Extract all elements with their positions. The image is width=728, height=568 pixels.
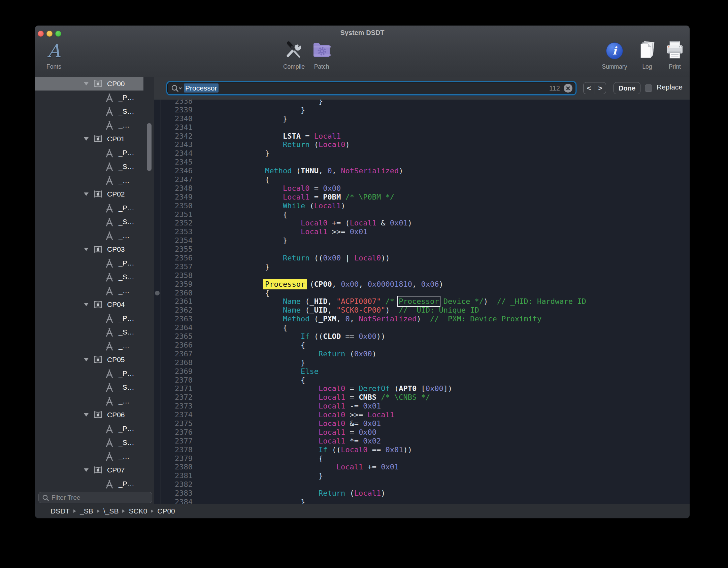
tree-item-_[interactable]: _… [35,449,143,463]
tree-item-_S[interactable]: _S… [35,325,143,339]
line-number: 2351 [161,210,193,219]
code-line-2354[interactable]: 2354 } [154,236,690,245]
breadcrumb-item-_SB[interactable]: \_SB [103,507,119,515]
code-line-2374[interactable]: 2374 Local0 >>= Local1 [154,411,690,419]
sidebar-scrollbar-thumb[interactable] [147,123,152,171]
tree-item-_P[interactable]: _P… [35,256,143,270]
code-line-2366[interactable]: 2366 { [154,341,690,350]
tree-item-_[interactable]: _… [35,228,143,242]
line-number: 2370 [161,376,193,385]
tree-item-CP00[interactable]: CP00 [35,77,143,91]
code-line-2345[interactable]: 2345 [154,158,690,167]
code-line-2339[interactable]: 2339 } [154,106,690,114]
code-line-2364[interactable]: 2364 { [154,323,690,332]
code-line-2352[interactable]: 2352 Local0 += (Local1 & 0x01) [154,219,690,227]
code-line-2342[interactable]: 2342 LSTA = Local1 [154,132,690,141]
code-editor[interactable]: 2338 }2339 }2340 }23412342 LSTA = Local1… [154,100,690,504]
code-line-2362[interactable]: 2362 Name (_UID, "SCK0-CP00") // _UID: U… [154,306,690,315]
code-line-2372[interactable]: 2372 Local1 = CNBS /* \CNBS */ [154,393,690,402]
breadcrumb-item-DSDT[interactable]: DSDT [51,507,70,515]
previous-match-button[interactable]: < [584,82,595,94]
code-line-2368[interactable]: 2368 } [154,358,690,367]
code-line-2360[interactable]: 2360 { [154,289,690,297]
code-line-2343[interactable]: 2343 Return (Local0) [154,140,690,149]
code-line-2357[interactable]: 2357 } [154,262,690,271]
code-line-2373[interactable]: 2373 Local1 -= 0x01 [154,402,690,411]
filter-tree-input[interactable] [51,493,150,503]
tree-item-_S[interactable]: _S… [35,215,143,228]
code-line-2349[interactable]: 2349 Local1 = P0BM /* \P0BM */ [154,193,690,202]
patch-button[interactable]: Patch [301,39,342,70]
tree-item-_S[interactable]: _S… [35,104,143,118]
tree-item-_[interactable]: _… [35,173,143,187]
search-icon [171,84,182,94]
tree-item-_[interactable]: _… [35,339,143,353]
code-text: Local0 += (Local1 & 0x01) [211,219,412,227]
next-match-button[interactable]: > [595,82,606,94]
code-line-2350[interactable]: 2350 While (Local1) [154,202,690,210]
filter-field[interactable] [38,492,152,503]
code-line-2341[interactable]: 2341 [154,123,690,132]
tree-item-_S[interactable]: _S… [35,270,143,284]
code-line-2381[interactable]: 2381 } [154,471,690,480]
code-line-2355[interactable]: 2355 [154,245,690,254]
tree-item-_P[interactable]: _P… [35,477,143,491]
tree-item-CP06[interactable]: CP06 [35,408,143,422]
tree-item-_P[interactable]: _P… [35,366,143,380]
tree-item-_[interactable]: _… [35,118,143,132]
code-line-2369[interactable]: 2369 Else [154,367,690,376]
search-input[interactable]: Processor 112 [166,81,576,95]
code-line-2371[interactable]: 2371 Local0 = DerefOf (APT0 [0x00]) [154,384,690,393]
code-line-2338[interactable]: 2338 } [154,100,690,106]
code-line-2348[interactable]: 2348 Local0 = 0x00 [154,184,690,193]
tree-item-CP02[interactable]: CP02 [35,187,143,201]
code-line-2353[interactable]: 2353 Local1 >>= 0x01 [154,227,690,236]
tree-item-_[interactable]: _… [35,284,143,297]
tree-item-_S[interactable]: _S… [35,435,143,449]
code-line-2344[interactable]: 2344 } [154,149,690,158]
tree-item-_P[interactable]: _P… [35,422,143,435]
code-line-2379[interactable]: 2379 { [154,454,690,463]
code-line-2370[interactable]: 2370 { [154,376,690,385]
code-line-2346[interactable]: 2346 Method (THNU, 0, NotSerialized) [154,167,690,175]
code-line-2377[interactable]: 2377 Local1 *= 0x02 [154,437,690,446]
code-line-2378[interactable]: 2378 If ((Local0 == 0x01)) [154,446,690,454]
code-line-2356[interactable]: 2356 Return ((0x00 | Local0)) [154,254,690,262]
replace-checkbox[interactable] [645,84,652,92]
code-line-2383[interactable]: 2383 Return (Local1) [154,489,690,498]
code-line-2347[interactable]: 2347 { [154,175,690,184]
tree-item-_P[interactable]: _P… [35,146,143,159]
code-text: Method (_PXM, 0, NotSerialized) // _PXM:… [211,315,541,323]
tree-item-_[interactable]: _… [35,394,143,408]
breadcrumb-item-_SB[interactable]: _SB [80,507,93,515]
tree-item-_P[interactable]: _P… [35,311,143,325]
code-line-2382[interactable]: 2382 [154,480,690,489]
tree-item-CP01[interactable]: CP01 [35,132,143,146]
tree-item-_S[interactable]: _S… [35,159,143,173]
tree-item-_P[interactable]: _P… [35,201,143,215]
tree-item-CP05[interactable]: CP05 [35,353,143,366]
code-line-2361[interactable]: 2361 Name (_HID, "ACPI0007" /* Processor… [154,297,690,306]
code-line-2384[interactable]: 2384 } [154,498,690,504]
code-line-2376[interactable]: 2376 Local1 = 0x00 [154,428,690,437]
code-line-2359[interactable]: 2359 Processor (CP00, 0x00, 0x00001810, … [154,280,690,289]
clear-search-icon[interactable] [564,84,572,93]
breadcrumb-item-SCK0[interactable]: SCK0 [129,507,147,515]
code-line-2358[interactable]: 2358 [154,271,690,280]
tree-item-CP04[interactable]: CP04 [35,297,143,311]
code-line-2351[interactable]: 2351 { [154,210,690,219]
code-line-2365[interactable]: 2365 If ((CLOD == 0x00)) [154,332,690,341]
fonts-button[interactable]: A Fonts [35,39,74,70]
done-button[interactable]: Done [614,82,640,94]
code-line-2375[interactable]: 2375 Local0 &= 0x01 [154,419,690,428]
tree-item-_S[interactable]: _S… [35,380,143,394]
tree-item-CP07[interactable]: CP07 [35,463,143,477]
code-line-2367[interactable]: 2367 Return (0x00) [154,350,690,358]
code-line-2380[interactable]: 2380 Local1 += 0x01 [154,463,690,471]
print-button[interactable]: Print [655,39,690,70]
code-line-2340[interactable]: 2340 } [154,114,690,123]
tree-item-CP03[interactable]: CP03 [35,242,143,256]
breadcrumb-item-CP00[interactable]: CP00 [157,507,175,515]
code-line-2363[interactable]: 2363 Method (_PXM, 0, NotSerialized) // … [154,315,690,323]
tree-item-_P[interactable]: _P… [35,91,143,104]
